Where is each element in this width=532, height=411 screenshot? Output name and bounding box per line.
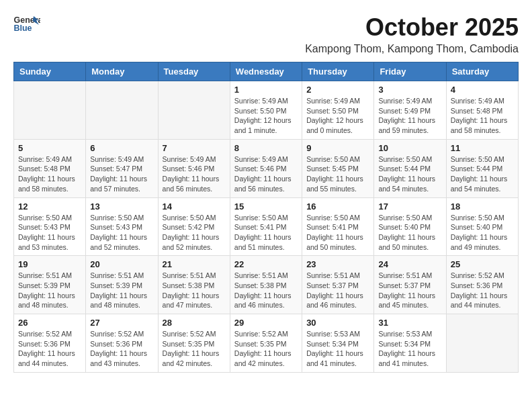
day-info: Sunrise: 5:53 AM Sunset: 5:34 PM Dayligh… (378, 329, 441, 369)
day-cell: 10Sunrise: 5:50 AM Sunset: 5:44 PM Dayli… (374, 139, 446, 197)
day-cell: 17Sunrise: 5:50 AM Sunset: 5:40 PM Dayli… (374, 197, 446, 256)
day-number: 29 (234, 318, 298, 328)
day-cell: 4Sunrise: 5:49 AM Sunset: 5:48 PM Daylig… (446, 81, 518, 140)
day-cell: 16Sunrise: 5:50 AM Sunset: 5:41 PM Dayli… (302, 197, 374, 256)
day-number: 5 (18, 143, 81, 153)
day-cell: 21Sunrise: 5:51 AM Sunset: 5:38 PM Dayli… (158, 256, 230, 314)
day-number: 23 (306, 259, 369, 269)
weekday-header-sunday: Sunday (14, 62, 86, 81)
day-cell: 14Sunrise: 5:50 AM Sunset: 5:42 PM Dayli… (158, 197, 230, 256)
day-number: 31 (378, 318, 441, 328)
day-cell: 26Sunrise: 5:52 AM Sunset: 5:36 PM Dayli… (14, 314, 86, 373)
day-number: 1 (234, 85, 298, 95)
location-subtitle: Kampong Thom, Kampong Thom, Cambodia (305, 43, 519, 55)
weekday-header-thursday: Thursday (302, 62, 374, 81)
day-info: Sunrise: 5:50 AM Sunset: 5:44 PM Dayligh… (378, 154, 441, 194)
day-number: 4 (451, 85, 514, 95)
day-cell: 27Sunrise: 5:52 AM Sunset: 5:36 PM Dayli… (86, 314, 158, 373)
day-number: 6 (90, 143, 153, 153)
day-cell: 12Sunrise: 5:50 AM Sunset: 5:43 PM Dayli… (14, 197, 86, 256)
day-number: 11 (451, 143, 514, 153)
day-number: 13 (90, 201, 153, 212)
day-number: 30 (306, 318, 369, 328)
day-info: Sunrise: 5:49 AM Sunset: 5:46 PM Dayligh… (163, 154, 226, 194)
day-info: Sunrise: 5:50 AM Sunset: 5:40 PM Dayligh… (378, 213, 441, 253)
day-info: Sunrise: 5:49 AM Sunset: 5:48 PM Dayligh… (18, 154, 81, 194)
day-info: Sunrise: 5:52 AM Sunset: 5:35 PM Dayligh… (163, 329, 226, 369)
day-info: Sunrise: 5:52 AM Sunset: 5:36 PM Dayligh… (451, 271, 514, 310)
day-number: 16 (306, 201, 369, 212)
day-number: 17 (378, 201, 441, 212)
day-cell: 28Sunrise: 5:52 AM Sunset: 5:35 PM Dayli… (158, 314, 230, 373)
day-cell: 15Sunrise: 5:50 AM Sunset: 5:41 PM Dayli… (230, 197, 302, 256)
day-cell: 5Sunrise: 5:49 AM Sunset: 5:48 PM Daylig… (14, 139, 86, 197)
day-number: 25 (451, 259, 514, 269)
day-number: 22 (234, 259, 298, 269)
week-row-2: 5Sunrise: 5:49 AM Sunset: 5:48 PM Daylig… (14, 139, 519, 197)
day-number: 10 (378, 143, 441, 153)
day-info: Sunrise: 5:51 AM Sunset: 5:38 PM Dayligh… (234, 271, 298, 310)
day-cell: 11Sunrise: 5:50 AM Sunset: 5:44 PM Dayli… (446, 139, 518, 197)
week-row-3: 12Sunrise: 5:50 AM Sunset: 5:43 PM Dayli… (14, 197, 519, 256)
day-cell: 31Sunrise: 5:53 AM Sunset: 5:34 PM Dayli… (374, 314, 446, 373)
day-cell: 18Sunrise: 5:50 AM Sunset: 5:40 PM Dayli… (446, 197, 518, 256)
day-info: Sunrise: 5:52 AM Sunset: 5:35 PM Dayligh… (234, 329, 298, 369)
day-info: Sunrise: 5:49 AM Sunset: 5:46 PM Dayligh… (234, 154, 298, 194)
day-number: 8 (234, 143, 298, 153)
day-number: 18 (451, 201, 514, 212)
day-info: Sunrise: 5:53 AM Sunset: 5:34 PM Dayligh… (306, 329, 369, 369)
day-number: 20 (90, 259, 153, 269)
page-header: General Blue October 2025 Kampong Thom, … (13, 13, 519, 55)
week-row-5: 26Sunrise: 5:52 AM Sunset: 5:36 PM Dayli… (14, 314, 519, 373)
day-number: 2 (306, 85, 369, 95)
day-cell (86, 81, 158, 140)
day-number: 26 (18, 318, 81, 328)
svg-text:Blue: Blue (14, 24, 32, 33)
day-number: 28 (163, 318, 226, 328)
weekday-header-tuesday: Tuesday (158, 62, 230, 81)
day-cell: 19Sunrise: 5:51 AM Sunset: 5:39 PM Dayli… (14, 256, 86, 314)
day-info: Sunrise: 5:51 AM Sunset: 5:37 PM Dayligh… (306, 271, 369, 310)
logo: General Blue (13, 13, 40, 37)
weekday-header-wednesday: Wednesday (230, 62, 302, 81)
day-cell: 24Sunrise: 5:51 AM Sunset: 5:37 PM Dayli… (374, 256, 446, 314)
day-cell (158, 81, 230, 140)
day-info: Sunrise: 5:52 AM Sunset: 5:36 PM Dayligh… (90, 329, 153, 369)
day-info: Sunrise: 5:50 AM Sunset: 5:44 PM Dayligh… (451, 154, 514, 194)
day-cell (446, 314, 518, 373)
day-cell: 25Sunrise: 5:52 AM Sunset: 5:36 PM Dayli… (446, 256, 518, 314)
day-info: Sunrise: 5:49 AM Sunset: 5:49 PM Dayligh… (378, 96, 441, 136)
day-info: Sunrise: 5:51 AM Sunset: 5:38 PM Dayligh… (163, 271, 226, 310)
weekday-header-row: SundayMondayTuesdayWednesdayThursdayFrid… (14, 62, 519, 81)
day-cell: 13Sunrise: 5:50 AM Sunset: 5:43 PM Dayli… (86, 197, 158, 256)
day-cell: 20Sunrise: 5:51 AM Sunset: 5:39 PM Dayli… (86, 256, 158, 314)
day-cell: 1Sunrise: 5:49 AM Sunset: 5:50 PM Daylig… (230, 81, 302, 140)
day-number: 24 (378, 259, 441, 269)
weekday-header-monday: Monday (86, 62, 158, 81)
day-info: Sunrise: 5:50 AM Sunset: 5:45 PM Dayligh… (306, 154, 369, 194)
day-info: Sunrise: 5:50 AM Sunset: 5:42 PM Dayligh… (163, 213, 226, 253)
day-number: 19 (18, 259, 81, 269)
day-cell: 23Sunrise: 5:51 AM Sunset: 5:37 PM Dayli… (302, 256, 374, 314)
week-row-4: 19Sunrise: 5:51 AM Sunset: 5:39 PM Dayli… (14, 256, 519, 314)
day-cell: 9Sunrise: 5:50 AM Sunset: 5:45 PM Daylig… (302, 139, 374, 197)
title-section: October 2025 Kampong Thom, Kampong Thom,… (305, 13, 519, 55)
day-cell: 30Sunrise: 5:53 AM Sunset: 5:34 PM Dayli… (302, 314, 374, 373)
day-info: Sunrise: 5:49 AM Sunset: 5:50 PM Dayligh… (306, 96, 369, 136)
day-info: Sunrise: 5:51 AM Sunset: 5:39 PM Dayligh… (90, 271, 153, 310)
day-cell: 29Sunrise: 5:52 AM Sunset: 5:35 PM Dayli… (230, 314, 302, 373)
day-info: Sunrise: 5:49 AM Sunset: 5:47 PM Dayligh… (90, 154, 153, 194)
month-year-title: October 2025 (305, 13, 519, 42)
day-info: Sunrise: 5:51 AM Sunset: 5:37 PM Dayligh… (378, 271, 441, 310)
logo-icon: General Blue (13, 13, 40, 37)
weekday-header-saturday: Saturday (446, 62, 518, 81)
day-info: Sunrise: 5:49 AM Sunset: 5:48 PM Dayligh… (451, 96, 514, 136)
day-number: 14 (163, 201, 226, 212)
day-info: Sunrise: 5:51 AM Sunset: 5:39 PM Dayligh… (18, 271, 81, 310)
day-number: 9 (306, 143, 369, 153)
weekday-header-friday: Friday (374, 62, 446, 81)
day-info: Sunrise: 5:52 AM Sunset: 5:36 PM Dayligh… (18, 329, 81, 369)
day-number: 3 (378, 85, 441, 95)
day-cell (14, 81, 86, 140)
day-number: 21 (163, 259, 226, 269)
